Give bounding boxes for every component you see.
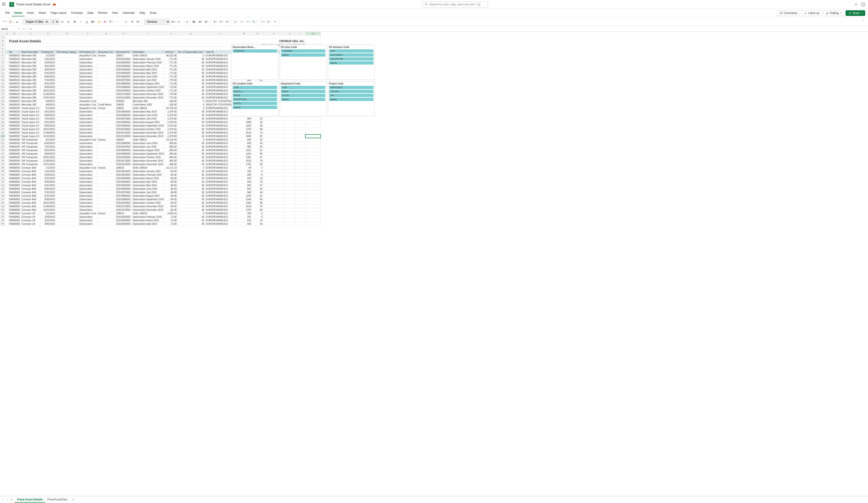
slicer-item[interactable]: MERCEDES [329,86,373,89]
table-row[interactable]: 27FA000020Toyota Supra 3.010/31/2018Depr… [0,127,321,131]
table-row[interactable]: 32FA000030VW Transporter7/31/2018Depreci… [0,145,321,148]
increase-font-button[interactable]: A↑ [60,19,65,24]
menu-tab-formulas[interactable]: Formulas [69,10,85,17]
filter-icon[interactable]: ▾ [18,51,20,53]
slicer-item[interactable]: (blank) [281,98,325,101]
slicer[interactable]: FA Class CodeTANGIBLE(blank) [280,45,327,80]
row-header[interactable]: 45 [0,191,6,194]
sheet-tab[interactable]: Fixed Asset Details [15,497,45,503]
table-row[interactable]: 41FA000050Conveyor Belt3/31/2018Deprecia… [0,176,321,180]
share-button[interactable]: Share▾ [846,10,865,16]
row-header[interactable]: 43 [0,184,6,187]
row-header[interactable]: 8 [0,61,6,64]
row-header[interactable]: 5 [0,50,6,54]
menu-tab-file[interactable]: File [3,10,12,17]
table-row[interactable]: 52FA000060Conveyor Lift2/28/2018Deprecia… [0,215,321,219]
row-header[interactable]: 18 [0,96,6,99]
row-header[interactable]: 12 [0,75,6,78]
row-header[interactable]: 54 [0,222,6,226]
autosum-button[interactable]: Σ [234,19,238,24]
number-format-select[interactable]: General [144,19,170,24]
menu-tab-help[interactable]: Help [137,10,147,17]
slicer[interactable]: Depreciation Book ...COMPANY [231,45,278,80]
table-row[interactable]: 48FA000050Conveyor Belt10/31/2018Depreci… [0,201,321,205]
table-row[interactable]: 51FA000060Conveyor Lift2/1/2018Acquisiti… [0,212,321,215]
format-painter-button[interactable]: 🖌 [14,19,20,24]
slicer-item[interactable]: (blank) [281,53,325,57]
slicer[interactable]: Project CodeMERCEDESTOYOTAVW(blank) [328,81,375,116]
row-header[interactable]: 11 [0,71,6,75]
row-header[interactable]: 13 [0,78,6,82]
fill-color-button[interactable]: ◢ [96,19,102,24]
col-header[interactable]: V [263,32,285,35]
settings-icon[interactable] [855,3,858,6]
table-header[interactable]: Document No.▾ [115,50,132,54]
slicer-item[interactable]: BUILD_2 [232,90,277,93]
menu-tab-draw[interactable]: Draw [147,10,159,17]
row-header[interactable]: 50 [0,208,6,212]
table-header[interactable]: Description▾ [132,50,165,54]
col-header[interactable]: C [21,32,40,35]
filter-icon[interactable]: ▾ [202,51,205,53]
filter-icon[interactable]: ▾ [53,51,55,53]
slicer-item[interactable]: PROD [232,94,277,97]
col-header[interactable]: X [285,32,295,35]
row-header[interactable]: 21 [0,106,6,110]
borders-button[interactable]: ▦ [91,19,96,24]
align-left-button[interactable]: ≡ [123,19,128,24]
col-header[interactable]: AH [306,32,321,35]
filter-icon[interactable]: ▾ [76,51,78,53]
editing-button[interactable]: Editing▾ [823,10,844,16]
slicer-item[interactable]: (blank) [329,98,373,101]
table-header[interactable]: Amount▾ [165,50,177,54]
row-header[interactable]: 14 [0,82,6,85]
row-header[interactable]: 3 [0,43,6,47]
slicer-item[interactable]: VW [329,94,373,97]
col-header[interactable]: N [252,32,263,35]
document-title[interactable]: Fixed Asset Details Excel [17,2,51,6]
row-header[interactable]: 48 [0,201,6,205]
name-box[interactable]: AH29▾ [0,28,21,30]
row-header[interactable]: 27 [0,127,6,131]
slicer-item[interactable]: TOYOTA [329,90,373,93]
more-font-button[interactable]: Aᵇ [109,19,114,24]
col-header[interactable]: M [236,32,252,35]
table-header[interactable]: Document Type▾ [97,50,115,54]
font-size-select[interactable]: 11 [50,19,59,24]
currency-button[interactable]: $€ [171,19,176,24]
row-header[interactable]: 4 [0,47,6,50]
table-header[interactable]: FA Posting Type▾ [79,50,97,54]
slicer[interactable]: FA Subclass CodeCARMACHINERYTELEPHONE(bl… [328,45,375,80]
sheet-tab[interactable]: FixedAssetData [45,497,70,503]
table-row[interactable]: 43FA000050Conveyor Belt5/31/2018Deprecia… [0,184,321,187]
row-header[interactable]: 44 [0,187,6,191]
clear-button[interactable]: ◇ [239,19,245,24]
addins-button[interactable]: ◫ [266,19,271,24]
row-header[interactable]: 25 [0,121,6,124]
slicer-item[interactable]: SALES [232,102,277,105]
row-header[interactable]: 2 [0,39,6,43]
filter-icon[interactable]: ▾ [129,51,132,53]
row-header[interactable]: 33 [0,148,6,152]
table-row[interactable]: 33FA000030VW Transporter8/31/2018Depreci… [0,148,321,152]
col-header[interactable]: L [205,32,236,35]
search-input[interactable]: Search for tools, help, and more (Alt + … [423,1,488,8]
table-row[interactable]: 46FA000050Conveyor Belt8/31/2018Deprecia… [0,194,321,198]
menu-tab-automate[interactable]: Automate [121,10,137,17]
table-row[interactable]: 34FA000030VW Transporter9/30/2018Depreci… [0,152,321,155]
delete-cells-button[interactable]: ⊖ [219,19,224,24]
row-header[interactable]: 37 [0,163,6,166]
table-header[interactable]: No. of Depreciation Days▾ [177,50,205,54]
slicer-item[interactable]: PROD [281,90,325,93]
filter-icon[interactable]: ▾ [162,51,164,53]
menu-tab-home[interactable]: Home [12,10,24,17]
italic-button[interactable]: I [78,19,83,24]
cell-styles-button[interactable]: ▥ [204,19,209,24]
row-header[interactable]: 38 [0,166,6,170]
slicer-item[interactable]: SALES [281,94,325,97]
col-header[interactable]: A [6,32,8,35]
row-header[interactable]: 51 [0,212,6,215]
table-row[interactable]: 24FA000020Toyota Supra 3.07/31/2018Depre… [0,117,321,121]
row-header[interactable]: 19 [0,99,6,103]
comments-button[interactable]: Comments [777,10,800,16]
